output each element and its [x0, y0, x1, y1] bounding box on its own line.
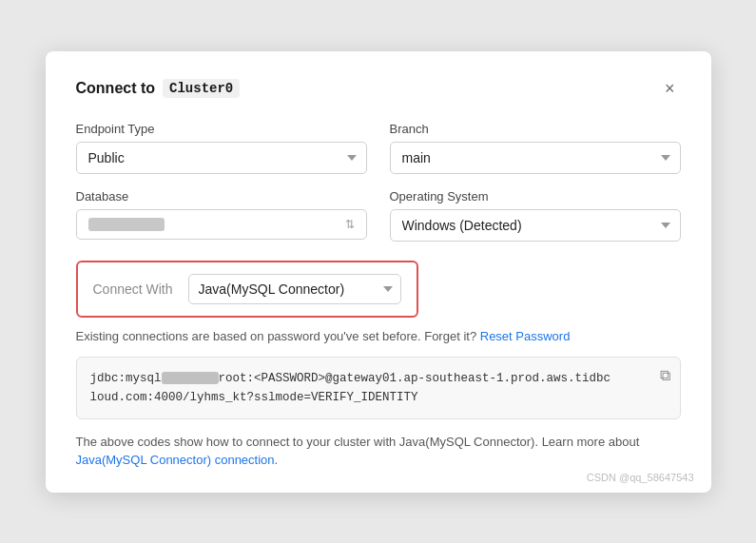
- branch-label: Branch: [390, 122, 681, 136]
- database-select[interactable]: ⇅: [76, 209, 367, 240]
- operating-system-group: Operating System Windows (Detected): [390, 189, 681, 242]
- info-main-text: Existing connections are based on passwo…: [76, 329, 477, 343]
- code-line1-suffix: root:<PASSWORD>@gateway01.ap-southeast-1…: [219, 372, 611, 385]
- watermark: CSDN @qq_58647543: [587, 472, 694, 483]
- database-blurred-value: [88, 218, 165, 231]
- modal-header: Connect to Cluster0 ×: [76, 78, 681, 99]
- branch-select[interactable]: main: [390, 142, 681, 174]
- connect-with-box: Connect With Java(MySQL Connector): [76, 261, 418, 318]
- code-box: jdbc:mysqlroot:<PASSWORD>@gateway01.ap-s…: [76, 357, 681, 419]
- modal-overlay: Connect to Cluster0 × Endpoint Type Publ…: [0, 0, 756, 543]
- cluster-name: Cluster0: [163, 79, 240, 98]
- database-arrow-icon: ⇅: [345, 218, 355, 231]
- code-line2: loud.com:4000/lyhms_kt?sslmode=VERIFY_ID…: [90, 391, 418, 404]
- endpoint-type-select[interactable]: Public: [76, 142, 367, 174]
- endpoint-type-group: Endpoint Type Public: [76, 122, 367, 174]
- database-group: Database ⇅: [76, 189, 367, 242]
- connect-with-label: Connect With: [93, 281, 173, 297]
- connect-with-select[interactable]: Java(MySQL Connector): [188, 274, 401, 304]
- close-button[interactable]: ×: [659, 78, 681, 99]
- code-line1-prefix: jdbc:mysql: [90, 372, 162, 385]
- bottom-main-text: The above codes show how to connect to y…: [76, 435, 640, 449]
- info-text: Existing connections are based on passwo…: [76, 329, 681, 343]
- form-grid: Endpoint Type Public Branch main Databas…: [76, 122, 681, 242]
- reset-password-link[interactable]: Reset Password: [480, 329, 571, 343]
- modal-dialog: Connect to Cluster0 × Endpoint Type Publ…: [46, 51, 711, 493]
- title-text: Connect to: [76, 80, 156, 97]
- endpoint-type-label: Endpoint Type: [76, 122, 367, 136]
- modal-title: Connect to Cluster0: [76, 79, 241, 98]
- connector-link[interactable]: Java(MySQL Connector) connection: [76, 453, 275, 467]
- bottom-suffix: .: [275, 453, 279, 467]
- operating-system-select[interactable]: Windows (Detected): [390, 209, 681, 242]
- code-blurred-host: [162, 372, 219, 384]
- bottom-text: The above codes show how to connect to y…: [76, 433, 681, 470]
- operating-system-label: Operating System: [390, 189, 681, 204]
- copy-button[interactable]: ⧉: [660, 367, 670, 384]
- branch-group: Branch main: [390, 122, 681, 174]
- database-label: Database: [76, 189, 367, 204]
